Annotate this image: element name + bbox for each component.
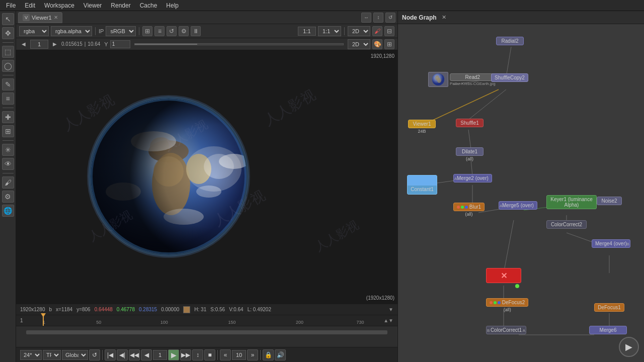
toolbar-eye[interactable]: 👁: [2, 158, 14, 170]
zoom-select[interactable]: 1:1 1:2 2:1: [318, 26, 341, 36]
scroll-down[interactable]: ▼: [388, 318, 393, 323]
channel-select[interactable]: rgba red green blue alpha: [19, 26, 49, 36]
frame-prev-btn[interactable]: ◀: [19, 40, 28, 49]
node-colorcorrect2[interactable]: ColorCorrect2: [546, 220, 587, 229]
go-fwd-10-btn[interactable]: »: [247, 349, 258, 360]
viewer-fit-btn[interactable]: ⊞: [142, 26, 152, 36]
viewer-pause-btn[interactable]: ⏸: [191, 26, 201, 36]
global-select[interactable]: Global: [62, 350, 88, 360]
toolbar-crop[interactable]: ⬚: [2, 46, 14, 58]
toolbar-stack[interactable]: ≡: [2, 93, 14, 105]
alpha-select[interactable]: rgba.alpha rgba.red: [51, 26, 92, 36]
toolbar-globe[interactable]: 🌐: [2, 205, 14, 217]
ng-play-button[interactable]: ▶: [619, 337, 639, 357]
viewer-refresh-btn[interactable]: ↺: [167, 26, 177, 36]
node-dilate1[interactable]: Dilate1 (all): [456, 147, 484, 161]
toolbar-pen[interactable]: ✎: [2, 78, 14, 90]
node-constant1-label: Constant1: [411, 187, 434, 192]
node-keyer1[interactable]: Keyer1 (luminance Alpha): [546, 195, 597, 209]
status-expand[interactable]: ▼: [388, 307, 393, 312]
node-defocus2[interactable]: DeFocus2 (all): [486, 298, 528, 312]
view-select[interactable]: 2D 3D: [348, 26, 370, 36]
viewer-rotate[interactable]: ↺: [385, 13, 395, 23]
tf-select[interactable]: TF: [43, 350, 61, 360]
node-viewer1[interactable]: Viewer1 24B: [408, 120, 436, 134]
loop-btn[interactable]: 🔒: [263, 349, 274, 360]
y-input[interactable]: [110, 40, 130, 48]
frame-next-btn[interactable]: ▶: [50, 40, 59, 49]
menu-file[interactable]: File: [2, 1, 20, 10]
r-value: 0.64448: [95, 307, 113, 312]
menu-cache[interactable]: Cache: [136, 1, 162, 10]
scroll-up[interactable]: ▲: [383, 318, 388, 323]
node-blur1[interactable]: Blur1 (all): [453, 203, 485, 217]
node-viewer1-sub: 24B: [408, 129, 436, 134]
main-layout: ↖ ✥ ⬚ ◯ ✎ ≡ ✚ ⊞ ✳ 👁 🖌 ⚙ 🌐 V Viewer1 ✕ ↔ …: [0, 11, 644, 362]
timeline-tracks[interactable]: [16, 326, 397, 347]
toolbar-brush[interactable]: 🖌: [2, 176, 14, 189]
node-radial2[interactable]: Radial2: [496, 37, 524, 45]
node-merge6[interactable]: Merge6: [589, 326, 627, 334]
node-merge3[interactable]: ✕: [486, 268, 521, 283]
viewer-side-btn[interactable]: ⊞: [384, 39, 394, 49]
node-read2[interactable]: Read2 Patbz-Krebs-CGEarth.jpg: [428, 72, 496, 87]
menu-render[interactable]: Render: [107, 1, 134, 10]
viewer-tab-actions: ↔ ↕ ↺: [361, 13, 395, 23]
bounce-btn[interactable]: ↕: [192, 349, 203, 360]
menu-edit[interactable]: Edit: [21, 1, 39, 10]
go-back-10-btn[interactable]: «: [220, 349, 231, 360]
toolbar-circle[interactable]: ◯: [2, 60, 14, 72]
node-noise2[interactable]: Noise2: [597, 197, 622, 205]
viewer-list-btn[interactable]: ≡: [154, 26, 165, 36]
play-all-btn[interactable]: ▶▶: [180, 349, 191, 360]
toolbar-star[interactable]: ✳: [2, 144, 14, 156]
nodegraph-canvas[interactable]: Radial2 Read2: [398, 24, 644, 362]
fps-select[interactable]: 24* 25 30: [20, 350, 42, 360]
view-mode-select[interactable]: 2D 3D: [348, 39, 370, 49]
mute-btn[interactable]: 🔊: [275, 349, 286, 360]
node-merge5[interactable]: Merge5 (over) A: [499, 201, 537, 210]
node-constant1[interactable]: Constant1: [407, 175, 437, 195]
node-shufflecopy2[interactable]: ShuffleCopy2: [491, 73, 528, 82]
frame-slider[interactable]: [134, 43, 344, 45]
stop-btn[interactable]: ■: [204, 349, 215, 360]
node-merge4[interactable]: Merge4 (over) B: [592, 239, 630, 248]
viewer-tab-close[interactable]: ✕: [54, 15, 58, 20]
node-colorcorrect1[interactable]: ColorCorrect1 A B: [486, 326, 526, 334]
menu-viewer[interactable]: Viewer: [79, 1, 106, 10]
node-shuffle1[interactable]: Shuffle1: [456, 119, 484, 127]
colorspace-select[interactable]: sRGB linear: [106, 26, 136, 36]
menu-workspace[interactable]: Workspace: [40, 1, 78, 10]
menu-help[interactable]: Help: [162, 1, 183, 10]
node-merge5-label: Merge5 (over): [502, 203, 534, 208]
go-start-btn[interactable]: ◀|: [117, 349, 128, 360]
viewer-color-btn[interactable]: 🎨: [372, 39, 382, 49]
viewer-extra-btn[interactable]: ⊟: [384, 26, 394, 36]
toolbar-arrow[interactable]: ↖: [2, 13, 14, 25]
sync-btn[interactable]: ↺: [89, 349, 100, 360]
viewer-tab-label: Viewer1: [32, 15, 52, 21]
toolbar-grid[interactable]: ⊞: [2, 125, 14, 137]
frame-input[interactable]: [30, 40, 48, 49]
nodegraph-close[interactable]: ✕: [442, 14, 446, 21]
step-input[interactable]: [232, 350, 246, 360]
viewer-flip-v[interactable]: ↕: [373, 13, 383, 23]
go-first-btn[interactable]: |◀: [105, 349, 116, 360]
viewer-flip-h[interactable]: ↔: [361, 13, 371, 23]
toolbar-move[interactable]: ✥: [2, 27, 14, 39]
viewer-paint-btn[interactable]: 🖌: [372, 26, 382, 36]
toolbar-add[interactable]: ✚: [2, 111, 14, 123]
toolbar-wrench[interactable]: ⚙: [2, 191, 14, 203]
node-merge2[interactable]: Merge2 (over) A: [453, 174, 492, 183]
step-back-btn[interactable]: ◀◀: [129, 349, 140, 360]
viewer-canvas[interactable]: 1920,1280: [16, 50, 397, 304]
timeline-ruler[interactable]: 1 1 50 100 150 200 730 ▲ ▼: [16, 315, 397, 326]
svg-line-25: [468, 89, 506, 120]
prev-frame-btn[interactable]: ◀: [141, 349, 152, 360]
viewer-settings-btn[interactable]: ⚙: [179, 26, 189, 36]
node-defocus1[interactable]: DeFocus1: [594, 303, 624, 312]
current-frame-input[interactable]: [153, 350, 167, 360]
node-defocus1-label: DeFocus1: [598, 305, 621, 310]
play-btn[interactable]: ▶: [168, 349, 179, 360]
viewer-tab-1[interactable]: V Viewer1 ✕: [18, 12, 62, 23]
